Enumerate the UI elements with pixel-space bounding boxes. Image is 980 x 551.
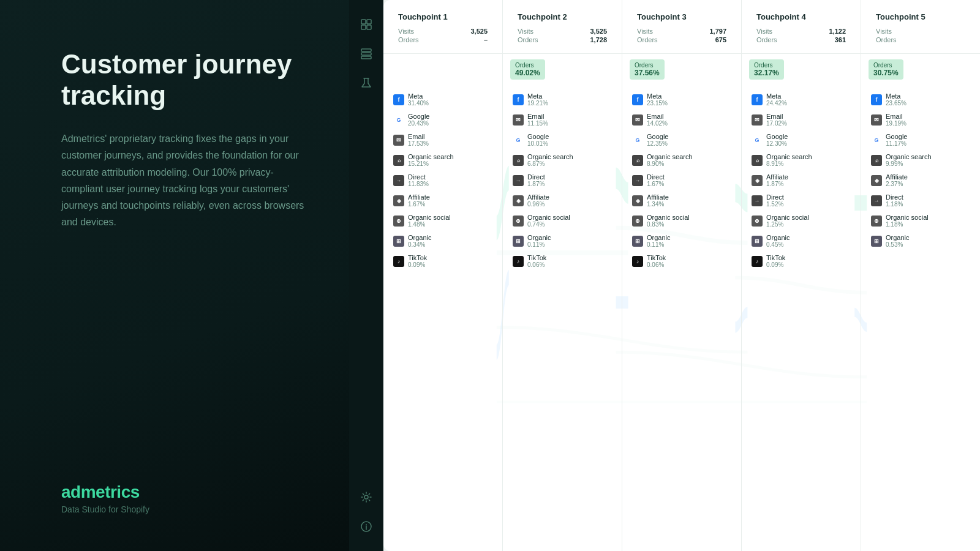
- channel-item-organic-social: ⊕ Organic social 1.48%: [391, 212, 495, 230]
- brand: admetrics Data Studio for Shopify: [61, 482, 312, 514]
- organic-icon: ⊞: [871, 236, 882, 247]
- google-icon: G: [871, 135, 882, 146]
- channel-item-direct: → Direct 1.52%: [749, 192, 853, 209]
- channel-item-google: G Google 20.43%: [391, 111, 495, 129]
- channel-item-meta: f Meta 23.65%: [869, 91, 973, 108]
- channel-item-google: G Google 10.01%: [510, 131, 614, 149]
- organic-social-icon: ⊕: [752, 216, 763, 227]
- meta-icon: f: [513, 94, 524, 105]
- channel-item-direct: → Direct 1.67%: [630, 171, 734, 189]
- brand-tagline: Data Studio for Shopify: [61, 504, 312, 514]
- channel-item-email: ✉ Email 11.15%: [510, 111, 614, 129]
- organic-search-icon: ⌕: [513, 155, 524, 166]
- channel-col-1: f Meta 31.40% G Google 20.43% ✉ Email 17…: [383, 54, 503, 551]
- channel-item-google: G Google 11.17%: [869, 131, 973, 149]
- channel-item-email: ✉ Email 14.02%: [630, 111, 734, 129]
- direct-icon: →: [513, 175, 524, 186]
- touchpoint-title-4: Touchpoint 4: [756, 12, 846, 21]
- channel-item-affiliate: ◈ Affiliate 1.67%: [391, 192, 495, 209]
- touchpoint-title-1: Touchpoint 1: [398, 12, 488, 21]
- orders-badge-4: Orders 32.17%: [749, 59, 853, 83]
- orders-badge-2: Orders 49.02%: [510, 59, 614, 83]
- touchpoints-header: Touchpoint 1 Visits 3,525 Orders – Touch…: [383, 0, 980, 54]
- svg-rect-3: [367, 25, 371, 29]
- channel-item-organic: ⊞ Organic 0.53%: [869, 232, 973, 250]
- page-title: Customer journey tracking: [61, 49, 312, 111]
- affiliate-icon: ◈: [752, 175, 763, 186]
- email-icon: ✉: [393, 135, 404, 146]
- google-icon: G: [513, 135, 524, 146]
- touchpoint-col-5: Touchpoint 5 Visits Orders: [861, 0, 980, 53]
- touchpoint-stats-5: Visits Orders: [876, 28, 965, 43]
- svg-rect-4: [361, 49, 371, 51]
- email-icon: ✉: [871, 114, 882, 126]
- flask-icon[interactable]: [354, 71, 379, 96]
- channel-col-3: Orders 37.56% f Meta 23.15% ✉ Email 14.0…: [622, 54, 742, 551]
- channel-item-meta: f Meta 31.40%: [391, 91, 495, 108]
- direct-icon: →: [871, 195, 882, 206]
- channel-item-meta: f Meta 19.21%: [510, 91, 614, 108]
- organic-search-icon: ⌕: [871, 155, 882, 166]
- organic-social-icon: ⊕: [393, 216, 404, 227]
- channel-item-google: G Google 12.35%: [630, 131, 734, 149]
- touchpoint-stats-4: Visits 1,122 Orders 361: [756, 28, 846, 43]
- channel-item-organic-search: ⌕ Organic search 8.91%: [749, 151, 853, 169]
- channel-item-email: ✉ Email 17.02%: [749, 111, 853, 129]
- affiliate-icon: ◈: [632, 195, 643, 206]
- settings-icon[interactable]: [354, 485, 379, 509]
- channel-item-google: G Google 12.30%: [749, 131, 853, 149]
- organic-icon: ⊞: [513, 236, 524, 247]
- organic-social-icon: ⊕: [632, 216, 643, 227]
- direct-icon: →: [632, 175, 643, 186]
- sidebar: [349, 0, 383, 551]
- channel-item-tiktok: ♪ TikTok 0.06%: [630, 252, 734, 270]
- channel-item-organic: ⊞ Organic 0.11%: [510, 232, 614, 250]
- touchpoint-col-3: Touchpoint 3 Visits 1,797 Orders 675: [622, 0, 742, 53]
- google-icon: G: [393, 114, 404, 126]
- meta-icon: f: [871, 94, 882, 105]
- channel-item-direct: → Direct 11.83%: [391, 171, 495, 189]
- touchpoint-col-4: Touchpoint 4 Visits 1,122 Orders 361: [742, 0, 861, 53]
- channel-col-4: Orders 32.17% f Meta 24.42% ✉ Email 17.0…: [742, 54, 861, 551]
- organic-icon: ⊞: [752, 236, 763, 247]
- touchpoint-title-5: Touchpoint 5: [876, 12, 965, 21]
- channel-item-direct: → Direct 1.18%: [869, 192, 973, 209]
- channel-item-organic-search: ⌕ Organic search 6.87%: [510, 151, 614, 169]
- brand-name: admetrics: [61, 482, 312, 502]
- channel-item-email: ✉ Email 17.53%: [391, 131, 495, 149]
- channel-item-affiliate: ◈ Affiliate 2.37%: [869, 171, 973, 189]
- channel-item-organic-social: ⊕ Organic social 1.25%: [749, 212, 853, 230]
- meta-icon: f: [752, 94, 763, 105]
- grid-icon[interactable]: [354, 12, 379, 37]
- email-icon: ✉: [513, 114, 524, 126]
- direct-icon: →: [393, 175, 404, 186]
- google-icon: G: [632, 135, 643, 146]
- channel-item-tiktok: ♪ TikTok 0.09%: [391, 252, 495, 270]
- direct-icon: →: [752, 195, 763, 206]
- sankey-area: f Meta 31.40% G Google 20.43% ✉ Email 17…: [383, 54, 980, 551]
- touchpoint-title-2: Touchpoint 2: [518, 12, 607, 21]
- touchpoint-stats-2: Visits 3,525 Orders 1,728: [518, 28, 607, 43]
- organic-icon: ⊞: [393, 236, 404, 247]
- orders-badge-5: Orders 30.75%: [869, 59, 973, 83]
- touchpoint-title-3: Touchpoint 3: [637, 12, 726, 21]
- tiktok-icon: ♪: [632, 256, 643, 267]
- dashboard: Touchpoint 1 Visits 3,525 Orders – Touch…: [383, 0, 980, 551]
- touchpoint-stats-1: Visits 3,525 Orders –: [398, 28, 488, 43]
- tiktok-icon: ♪: [752, 256, 763, 267]
- organic-social-icon: ⊕: [513, 216, 524, 227]
- svg-rect-5: [361, 53, 371, 55]
- organic-social-icon: ⊕: [871, 216, 882, 227]
- channel-item-organic-search: ⌕ Organic search 15.21%: [391, 151, 495, 169]
- apps-icon[interactable]: [354, 42, 379, 66]
- channel-item-organic-search: ⌕ Organic search 9.99%: [869, 151, 973, 169]
- info-icon[interactable]: [354, 514, 379, 539]
- svg-point-7: [364, 495, 368, 499]
- channel-item-organic-social: ⊕ Organic social 0.74%: [510, 212, 614, 230]
- tiktok-icon: ♪: [393, 256, 404, 267]
- touchpoint-col-2: Touchpoint 2 Visits 3,525 Orders 1,728: [503, 0, 622, 53]
- channel-item-affiliate: ◈ Affiliate 0.96%: [510, 192, 614, 209]
- tiktok-icon: ♪: [513, 256, 524, 267]
- orders-badge-3: Orders 37.56%: [630, 59, 734, 83]
- organic-search-icon: ⌕: [632, 155, 643, 166]
